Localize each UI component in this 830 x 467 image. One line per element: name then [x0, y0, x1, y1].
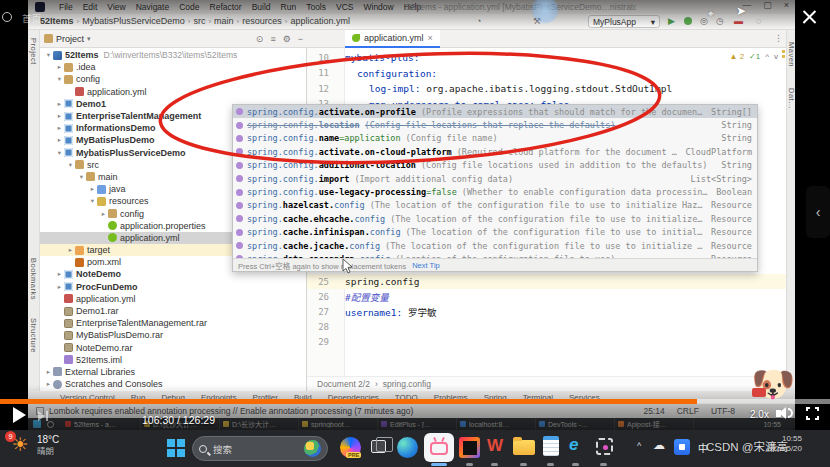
tree-item-config[interactable]: ▾config [40, 73, 306, 85]
tree-chevron-icon[interactable]: ▸ [44, 380, 53, 388]
expand-all-icon[interactable]: ≡ [270, 34, 275, 44]
tree-chevron-icon[interactable]: ▸ [55, 63, 64, 71]
close-icon[interactable]: × [428, 33, 433, 43]
tool-strip-structure[interactable]: Structure [29, 318, 38, 353]
doc-indicator[interactable]: Document 2/2 [317, 379, 370, 389]
menu-item-vcs[interactable]: VCS [331, 2, 358, 12]
bilibili-icon[interactable] [424, 433, 454, 462]
onedrive-cloud-icon[interactable]: ☁ [653, 438, 665, 452]
locate-file-icon[interactable]: ⊙ [256, 34, 264, 44]
tree-item-demo1-rar[interactable]: Demo1.rar [40, 305, 306, 317]
tree-item-application-yml[interactable]: application.yml [40, 86, 306, 98]
tree-chevron-icon[interactable]: ▸ [55, 270, 64, 278]
search-box[interactable]: 搜索 [192, 436, 328, 461]
tree-item-application-yml[interactable]: application.yml [40, 293, 306, 305]
tree-chevron-icon[interactable]: ▸ [55, 136, 64, 144]
recorded-window-5[interactable]: localhost:8… [457, 418, 536, 430]
video-progress-bar[interactable] [0, 399, 830, 404]
settings-icon[interactable]: ⚙ [283, 34, 291, 44]
tool-strip-database[interactable]: Dat… [787, 88, 796, 109]
completion-item-4[interactable]: spring.config.additional-location(Config… [233, 159, 757, 172]
search-everywhere-icon[interactable]: ◌ [756, 17, 761, 26]
recorded-window-4[interactable]: EditPlus - [… [378, 418, 457, 430]
tree-item-procfundemo[interactable]: ▸ProcFunDemo [40, 281, 306, 293]
code-line-11[interactable]: 11configuration: [307, 66, 786, 82]
doc-breadcrumb-key[interactable]: spring.config [383, 379, 431, 389]
player-close-icon[interactable] [801, 9, 818, 26]
inspection-widget[interactable]: ▲ 2 ✓1 ^ v [729, 52, 778, 61]
tree-chevron-icon[interactable]: ▾ [77, 173, 86, 181]
idea-icon[interactable] [459, 437, 480, 458]
menu-item-code[interactable]: Code [174, 2, 204, 12]
volume-icon[interactable] [776, 407, 793, 419]
start-icon[interactable] [167, 439, 185, 457]
tree-chevron-icon[interactable]: ▸ [55, 100, 64, 108]
file-encoding[interactable]: UTF-8 [711, 406, 735, 416]
menu-item-view[interactable]: View [102, 2, 130, 12]
tree-chevron-icon[interactable]: ▾ [55, 149, 64, 157]
notepad-icon[interactable] [543, 436, 559, 456]
prev-issue-icon[interactable]: ^ [765, 52, 769, 61]
close-button[interactable]: × [784, 0, 789, 10]
code-line-28[interactable]: 28 [307, 319, 786, 334]
coverage-icon[interactable]: ◎ [700, 17, 708, 26]
completion-item-1[interactable]: spring.config.location(Config file locat… [233, 118, 757, 131]
home-label[interactable]: 首页 [22, 11, 41, 25]
fullscreen-icon[interactable] [806, 407, 819, 420]
prev-page-arrow[interactable]: ‹ [806, 186, 830, 238]
completion-item-5[interactable]: spring.config.import(Import additional c… [233, 172, 757, 185]
tool-strip-bookmarks[interactable]: Bookmarks [29, 258, 38, 300]
ie-icon[interactable]: e [569, 435, 578, 455]
play-button[interactable] [13, 407, 26, 423]
explorer-icon[interactable] [513, 440, 535, 455]
tree-item-mybatisplusdemo-rar[interactable]: MyBatisPlusDemo.rar [40, 329, 306, 341]
tree-chevron-icon[interactable]: ▾ [88, 197, 97, 205]
menu-item-navigate[interactable]: Navigate [131, 2, 175, 12]
recorded-window-2[interactable]: D:\长沙大计… [220, 418, 299, 430]
code-line-12[interactable]: 12log-impl: org.apache.ibatis.logging.st… [307, 81, 786, 97]
tree-chevron-icon[interactable]: ▾ [44, 51, 53, 59]
completion-item-6[interactable]: spring.config.use-legacy-processing=fals… [233, 185, 757, 198]
recorded-window-3[interactable]: springboot… [299, 418, 378, 430]
code-line-27[interactable]: 27username1: 罗学敏 [307, 304, 786, 319]
snip-icon[interactable] [596, 438, 613, 455]
run-configuration-select[interactable]: MyPlusApp ▾ [588, 15, 660, 28]
line-ending[interactable]: CRLF [677, 406, 699, 416]
recorded-window-7[interactable]: Apipost-接… [615, 418, 694, 430]
next-issue-icon[interactable]: v [774, 52, 778, 61]
weather-widget[interactable]: ☀9 18°C 晴朗 [8, 433, 59, 457]
menu-item-refactor[interactable]: Refactor [205, 2, 247, 12]
tool-strip-project[interactable]: Project [29, 38, 38, 65]
tree-chevron-icon[interactable]: ▸ [55, 112, 64, 120]
next-tip-link[interactable]: Next Tip [412, 261, 440, 270]
code-line-10[interactable]: 10mybatis-plus: [307, 50, 786, 66]
tree-item-enterprisetalentmanagement-rar[interactable]: EnterpriseTalentManagement.rar [40, 317, 306, 329]
completion-item-10[interactable]: spring.cache.jcache.config(The location … [233, 239, 757, 252]
tree-chevron-icon[interactable]: ▾ [66, 161, 75, 169]
taskview-icon[interactable] [371, 440, 386, 453]
playback-speed[interactable]: 2.0x [750, 409, 769, 420]
run-button[interactable]: ▶ [668, 17, 675, 26]
status-message[interactable]: Lombok requires enabled annotation proce… [49, 406, 413, 416]
breadcrumb-52items[interactable]: 52Items [38, 16, 76, 26]
breadcrumb-mybatisplusservicedemo[interactable]: MybatisPlusServiceDemo [80, 16, 187, 26]
breadcrumb-resources[interactable]: resources [240, 16, 284, 26]
completion-item-8[interactable]: spring.cache.ehcache.config(The location… [233, 212, 757, 225]
breadcrumb-main[interactable]: main [212, 16, 236, 26]
tree-chevron-icon[interactable]: ▸ [55, 124, 64, 132]
tab-options-icon[interactable]: ⋮ [774, 33, 783, 43]
code-line-29[interactable]: 29 [307, 334, 786, 349]
user-icon[interactable]: ◔ [476, 17, 481, 26]
code-line-25[interactable]: 25spring.config [307, 274, 786, 289]
tree-chevron-icon[interactable]: ▾ [55, 75, 64, 83]
debug-button[interactable] [684, 17, 692, 25]
home-ring-icon[interactable] [2, 12, 12, 22]
completion-item-2[interactable]: spring.config.name=application(Config fi… [233, 132, 757, 145]
completion-item-9[interactable]: spring.cache.infinispan.config(The locat… [233, 226, 757, 239]
tool-strip-maven[interactable]: Maven [787, 42, 796, 67]
copilot-icon[interactable]: PRE [340, 437, 361, 458]
menu-item-build[interactable]: Build [247, 2, 276, 12]
menu-item-file[interactable]: File [54, 2, 78, 12]
menu-item-tools[interactable]: Tools [301, 2, 331, 12]
tray-app-icon[interactable] [674, 439, 690, 455]
